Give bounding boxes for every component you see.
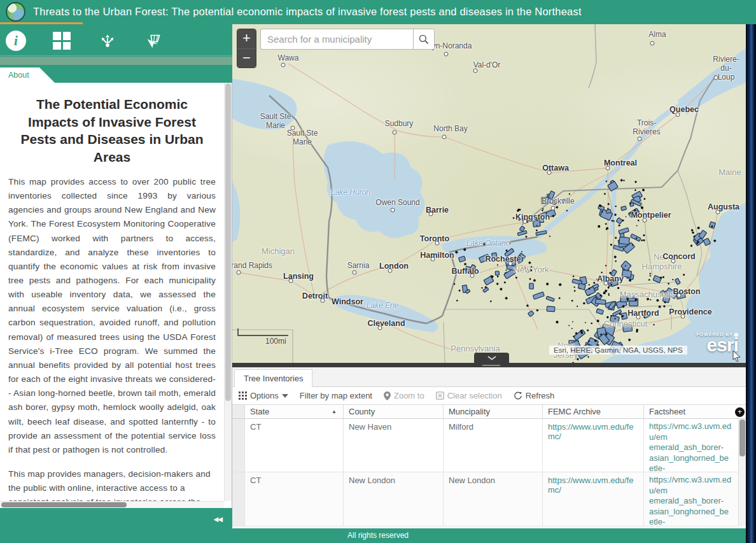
about-horizontal-scrollbar[interactable] [0,501,224,508]
city-dot [431,257,435,262]
app-title: Threats to the Urban Forest: The potenti… [33,6,582,18]
table-cell: New Haven [344,419,444,472]
clear-selection-button[interactable]: Clear selection [436,391,502,400]
tab-tree-inventories[interactable]: Tree Inventories [234,369,312,388]
select-icon [144,32,162,50]
city-dot [289,279,293,283]
sort-asc-icon: ▲ [332,409,337,414]
city-dot [470,274,475,278]
mouse-cursor [732,350,742,362]
table-link-cell[interactable]: https://vmc.w3.uvm.edu/em emerald_ash_bo… [644,472,738,526]
scrollbar-thumb[interactable] [739,420,745,456]
city-dot [388,269,393,273]
scrollbar-thumb[interactable] [1,502,127,507]
clear-selection-label: Clear selection [447,391,502,400]
table-header-row: State▲ County Muncipality FEMC Archive F… [232,404,746,419]
pin-icon [384,391,391,400]
city-dot [643,218,647,223]
city-dot [442,135,447,139]
filter-label: Filter by map extent [300,391,372,400]
search-button[interactable] [413,29,435,50]
filter-by-extent-button[interactable]: Filter by map extent [300,391,372,400]
refresh-label: Refresh [526,391,555,400]
basemap-gallery-button[interactable] [50,29,73,52]
chevron-down-icon [487,356,496,360]
row-selector-header [232,405,245,418]
scrollbar-thumb[interactable] [225,83,231,401]
footer-text: All rights reserved [347,531,409,540]
basemap-art [232,24,746,363]
zoom-to-label: Zoom to [394,391,424,400]
map-attribution: Esri, HERE, Garmin, NGA, USGS, NPS [549,346,687,355]
map-canvas[interactable]: WawaRouyn-NorandaVal-d'OrAlmaRiviere- du… [232,24,746,363]
city-dot [681,314,685,319]
about-tab-label: About [0,67,55,83]
column-header-muncipality[interactable]: Muncipality [444,405,543,418]
table-tab-strip: Tree Inventories [232,367,746,387]
table-link-cell[interactable]: https://vmc.w3.uvm.edu/em emerald_ash_bo… [644,419,738,472]
info-widget-button[interactable]: i [4,29,27,52]
refresh-button[interactable]: Refresh [514,391,555,400]
city-dot [378,326,382,330]
city-dot [391,208,395,213]
column-header-state[interactable]: State▲ [245,405,344,418]
city-dot [473,69,478,73]
city-dot [551,206,556,211]
lakes-layer [232,48,746,363]
header-bar: Threats to the Urban Forest: The potenti… [0,0,756,24]
table-cell: New London [344,472,444,526]
table-top-bar[interactable] [232,363,746,367]
app-window: Threats to the Urban Forest: The potenti… [0,0,756,543]
table-cell: CT [245,472,344,526]
column-header-county[interactable]: County [344,405,444,418]
table-row[interactable]: CTNew LondonNew Londonhttps://www.uvm.ed… [232,472,738,526]
city-dot [677,293,682,298]
column-header-factsheet[interactable]: Factsheet [644,405,738,418]
toolbar-sub-strip [0,57,232,65]
window-edge-strip [746,24,756,543]
table-row[interactable]: CTNew HavenMilfordhttps://www.uvm.edu/fe… [232,419,738,472]
row-selector-cell [232,472,245,526]
collapse-panel-button[interactable]: ◀◀ [214,516,222,523]
panel-tab-row: About [0,65,232,83]
zoom-out-button[interactable]: − [237,48,256,67]
municipality-search [260,29,435,50]
table-body: CTNew HavenMilfordhttps://www.uvm.edu/fe… [232,419,738,526]
options-menu-button[interactable]: Options [239,391,288,400]
table-link-cell[interactable]: https://www.uvm.edu/femc/ [543,419,644,472]
table-link-cell[interactable]: https://www.uvm.edu/femc/ [543,472,644,526]
tab-about[interactable]: About [0,67,55,83]
city-dot [508,262,513,266]
table-collapse-handle[interactable] [474,353,509,363]
refresh-icon [514,391,522,400]
city-dot [435,241,440,246]
about-heading: The Potential Economic Impacts of Invasi… [11,95,213,166]
about-vertical-scrollbar[interactable] [224,83,232,501]
city-dot [291,126,295,130]
options-grid-icon [239,391,247,400]
zoom-in-button[interactable]: + [237,29,256,48]
table-toolbar: Options Filter by map extent Zoom to Cle… [232,387,746,404]
share-button[interactable] [96,29,119,52]
map-zoom-control: + − [237,29,256,68]
add-column-button[interactable]: + [735,407,745,417]
city-dot [716,210,720,215]
column-header-femc-archive[interactable]: FEMC Archive [543,405,644,418]
search-input[interactable] [260,29,413,50]
city-dot [353,271,357,275]
city-dot [393,130,397,135]
drag-grip [482,365,500,366]
city-dot [321,299,325,303]
city-dot [237,271,241,275]
about-paragraph-2: This map provides managers, decision-mak… [8,467,216,501]
city-dot [606,166,610,171]
panel-footer: ◀◀ [0,508,232,543]
city-dot [638,137,642,141]
info-icon: i [6,31,26,51]
zoom-to-button[interactable]: Zoom to [384,391,424,400]
select-button[interactable] [141,29,164,52]
city-dot [547,171,552,175]
table-vertical-scrollbar[interactable] [738,419,746,526]
left-column: i [0,24,232,543]
city-dot [714,76,718,80]
